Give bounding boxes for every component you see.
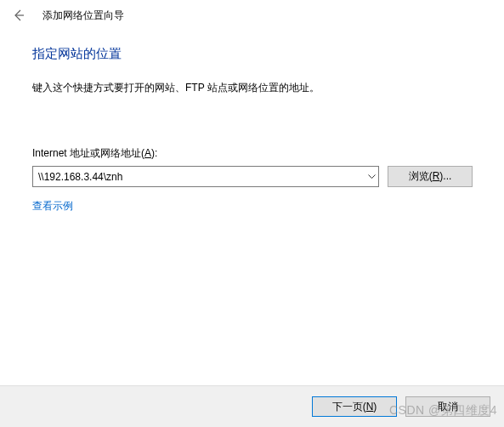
view-examples-link[interactable]: 查看示例 — [32, 199, 73, 214]
next-button[interactable]: 下一页(N) — [312, 396, 397, 417]
cancel-button[interactable]: 取消 — [405, 396, 490, 417]
wizard-footer: 下一页(N) 取消 — [0, 385, 504, 427]
address-label: Internet 地址或网络地址(A): — [32, 146, 482, 161]
back-button[interactable] — [10, 7, 27, 24]
chevron-down-icon[interactable] — [364, 166, 379, 187]
address-input[interactable] — [32, 166, 379, 187]
browse-button[interactable]: 浏览(R)... — [388, 166, 473, 187]
window-title: 添加网络位置向导 — [42, 9, 124, 23]
address-combobox[interactable] — [32, 166, 379, 187]
page-description: 键入这个快捷方式要打开的网站、FTP 站点或网络位置的地址。 — [32, 81, 482, 95]
page-heading: 指定网站的位置 — [32, 46, 482, 62]
